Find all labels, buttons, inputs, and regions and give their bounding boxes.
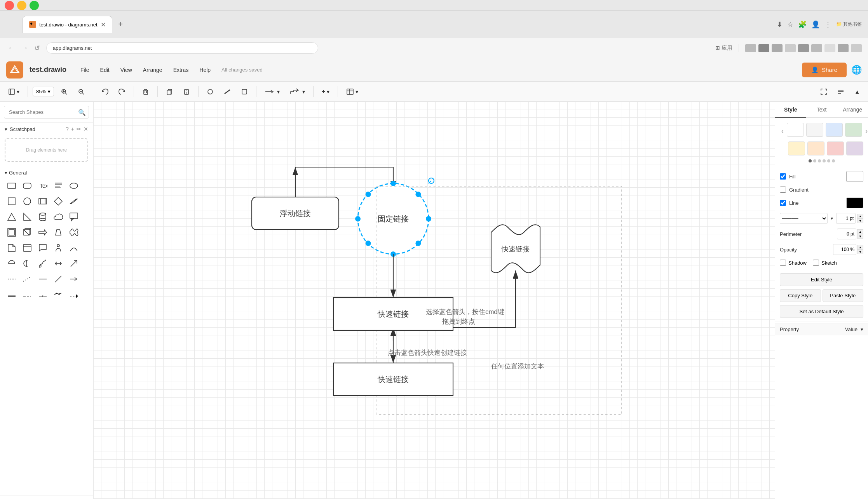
swatch-yellow[interactable]: [788, 141, 805, 155]
shape-cloud[interactable]: [51, 210, 65, 224]
refresh-button[interactable]: ↺: [33, 42, 42, 54]
shape-line-variants-4[interactable]: [51, 288, 65, 302]
swatch-green-light[interactable]: [845, 123, 862, 137]
table-button[interactable]: ▾: [343, 85, 362, 98]
active-tab[interactable]: ✦ test.drawio - diagrams.net ✕: [23, 16, 112, 33]
shape-rounded-rect[interactable]: [20, 179, 34, 193]
shape-ellipse[interactable]: [67, 179, 81, 193]
shape-line-variants-2[interactable]: [20, 288, 34, 302]
bookmark-icon[interactable]: ☆: [787, 20, 793, 29]
shape-process[interactable]: [36, 194, 50, 208]
property-table-header[interactable]: Property Value ▾: [775, 323, 868, 335]
download-icon[interactable]: ⬇: [777, 20, 783, 29]
scratchpad-delete-icon[interactable]: ✕: [84, 126, 88, 132]
menu-help[interactable]: Help: [195, 65, 215, 75]
swatch-blue-light[interactable]: [826, 123, 843, 137]
tab-arrange[interactable]: Arrange: [837, 102, 868, 117]
undo-button[interactable]: [98, 85, 112, 98]
shape-crescent[interactable]: [20, 256, 34, 270]
shape-s-curve[interactable]: [36, 256, 50, 270]
swatch-purple[interactable]: [846, 141, 863, 155]
shape-bidirectional-arrow[interactable]: [51, 256, 65, 270]
apps-icon[interactable]: ⊞ 应用: [715, 45, 732, 52]
copy-style-button[interactable]: Copy Style: [780, 289, 821, 302]
shape-diamond[interactable]: [51, 194, 65, 208]
shape-text[interactable]: Text: [36, 179, 50, 193]
address-input[interactable]: [46, 42, 318, 54]
scratchpad-help-icon[interactable]: ?: [66, 126, 69, 132]
scratchpad-add-icon[interactable]: +: [71, 126, 74, 132]
line-size-input[interactable]: [836, 213, 856, 224]
profile-icon[interactable]: 👤: [811, 20, 820, 29]
collapse-panel-button[interactable]: ▲: [851, 85, 863, 98]
paste-format-button[interactable]: [180, 85, 193, 98]
zoom-control[interactable]: 85% ▾: [33, 87, 54, 96]
swatch-light-gray[interactable]: [806, 123, 823, 137]
tab-close-icon[interactable]: ✕: [101, 21, 106, 28]
shape-speech-bubble[interactable]: [36, 241, 50, 255]
shadow-checkbox[interactable]: [780, 260, 786, 266]
line-size-down[interactable]: ▼: [857, 218, 863, 223]
share-button[interactable]: 👤 Share: [802, 63, 847, 77]
close-button[interactable]: [5, 1, 14, 10]
shape-triangle[interactable]: [5, 210, 19, 224]
zoom-out-button[interactable]: [74, 85, 88, 98]
scratchpad-header[interactable]: ▾ Scratchpad ? + ✏ ✕: [0, 123, 93, 135]
connection-style-button[interactable]: ▾: [261, 85, 283, 98]
shape-square[interactable]: [5, 194, 19, 208]
fit-page-button[interactable]: [817, 85, 831, 98]
shape-line-variants-5[interactable]: [67, 288, 81, 302]
waypoint-button[interactable]: ▾: [286, 85, 309, 98]
shape-rect-3d[interactable]: [20, 225, 34, 239]
opacity-input[interactable]: [833, 244, 856, 255]
tab-style[interactable]: Style: [775, 102, 806, 118]
menu-view[interactable]: View: [116, 65, 137, 75]
shape-wave[interactable]: [67, 225, 81, 239]
perimeter-up[interactable]: ▲: [857, 229, 863, 234]
menu-icon[interactable]: ⋮: [824, 20, 831, 29]
format-button[interactable]: [834, 85, 848, 98]
line-style-dropdown[interactable]: ───── - - - - · · · ·: [780, 213, 828, 224]
opacity-down[interactable]: ▼: [857, 250, 863, 254]
menu-extras[interactable]: Extras: [169, 65, 193, 75]
swatch-pink[interactable]: [827, 141, 844, 155]
redo-button[interactable]: [115, 85, 129, 98]
general-section-header[interactable]: ▾ General: [3, 168, 90, 179]
shape-sector[interactable]: [5, 256, 19, 270]
shape-header-text[interactable]: [51, 179, 65, 193]
menu-edit[interactable]: Edit: [96, 65, 114, 75]
shape-right-triangle[interactable]: [20, 210, 34, 224]
shape-document[interactable]: [5, 241, 19, 255]
shape-diagonal-line[interactable]: [51, 272, 65, 286]
shape-frame[interactable]: [5, 225, 19, 239]
fill-checkbox[interactable]: [780, 173, 786, 180]
shape-parallelogram[interactable]: [67, 194, 81, 208]
shape-circle[interactable]: [20, 194, 34, 208]
canvas[interactable]: 浮动链接 固定链接: [93, 102, 775, 499]
shape-line-variants-3[interactable]: [36, 288, 50, 302]
insert-button[interactable]: + ▾: [318, 85, 333, 98]
maximize-button[interactable]: [30, 1, 39, 10]
shape-trapezoid[interactable]: [51, 225, 65, 239]
delete-button[interactable]: [139, 85, 153, 98]
shape-arc[interactable]: [67, 241, 81, 255]
shape-dashed-line[interactable]: [5, 272, 19, 286]
search-button[interactable]: 🔍: [78, 108, 86, 116]
line-checkbox[interactable]: [780, 200, 786, 206]
zoom-in-button[interactable]: [57, 85, 71, 98]
shape-style-button[interactable]: [237, 85, 251, 98]
shape-rectangle[interactable]: [5, 179, 19, 193]
panel-toggle-button[interactable]: ▾: [5, 85, 23, 98]
fill-color-picker[interactable]: [846, 171, 863, 182]
line-color-picker[interactable]: [846, 197, 863, 208]
edit-style-button[interactable]: Edit Style: [780, 273, 863, 286]
swatch-white[interactable]: [787, 123, 804, 137]
line-color-button[interactable]: [220, 85, 234, 98]
shape-person[interactable]: [51, 241, 65, 255]
menu-arrange[interactable]: Arrange: [138, 65, 167, 75]
globe-button[interactable]: 🌐: [851, 65, 862, 75]
scratchpad-edit-icon[interactable]: ✏: [77, 126, 81, 132]
menu-file[interactable]: File: [76, 65, 94, 75]
minimize-button[interactable]: [17, 1, 26, 10]
shape-diagonal-arrow[interactable]: [67, 256, 81, 270]
